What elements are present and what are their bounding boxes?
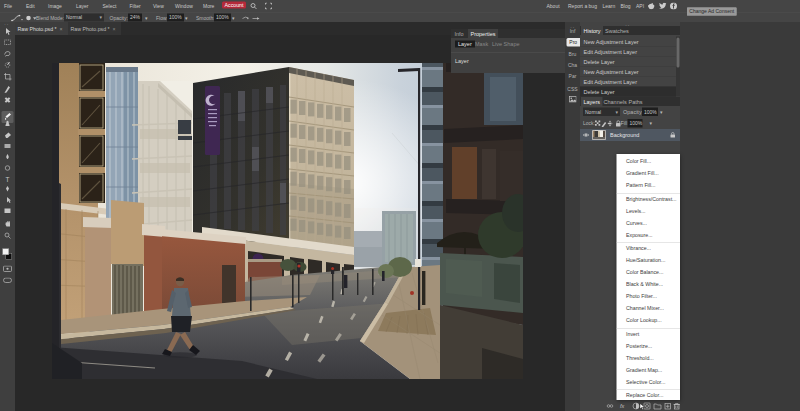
svg-text:T: T bbox=[6, 176, 10, 183]
svg-text:fx: fx bbox=[620, 403, 625, 409]
